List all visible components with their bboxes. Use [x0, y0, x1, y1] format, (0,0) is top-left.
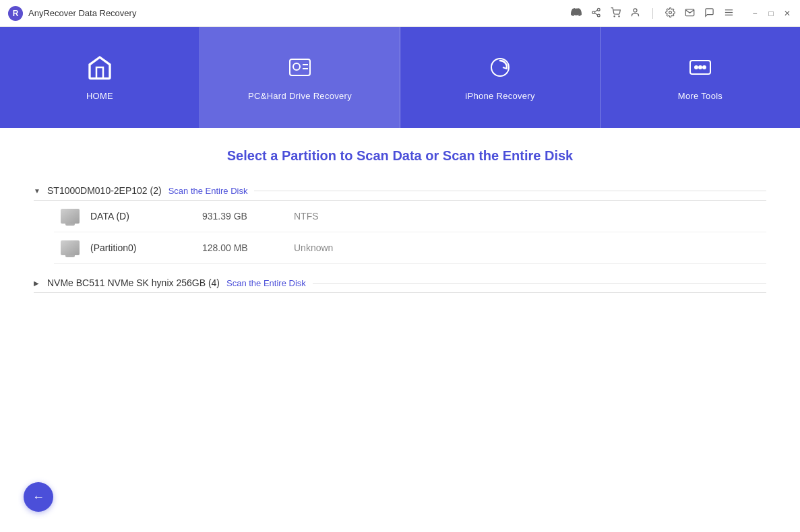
disk-1-header-line: [254, 191, 766, 191]
cart-icon[interactable]: [611, 7, 621, 20]
window-controls: − □ ✕: [750, 9, 792, 18]
nav-home-label: HOME: [86, 91, 113, 101]
menu-icon[interactable]: [724, 7, 734, 20]
nav-item-more-tools[interactable]: More Tools: [601, 27, 800, 128]
close-button[interactable]: ✕: [782, 9, 792, 18]
disk-1-partitions: DATA (D) 931.39 GB NTFS (Partition0) 128…: [54, 201, 766, 264]
disk-1-name: ST1000DM010-2EP102 (2): [47, 185, 162, 196]
disk-group-2: ▶ NVMe BC511 NVMe SK hynix 256GB (4) Sca…: [34, 277, 766, 293]
main-content: Select a Partition to Scan Data or Scan …: [0, 128, 800, 532]
nav-item-iphone-recovery[interactable]: iPhone Recovery: [400, 27, 601, 128]
partition-data-d[interactable]: DATA (D) 931.39 GB NTFS: [54, 201, 766, 232]
chat-icon[interactable]: [704, 7, 714, 20]
disk-1-scan-link[interactable]: Scan the Entire Disk: [168, 186, 248, 196]
maximize-button[interactable]: □: [766, 9, 776, 18]
svg-point-6: [619, 15, 619, 16]
partition-0-size: 128.00 MB: [202, 242, 283, 253]
partition-data-d-name: DATA (D): [90, 211, 191, 222]
svg-point-8: [669, 11, 672, 13]
drive-icon-partition0: [61, 240, 80, 255]
nav-item-home[interactable]: HOME: [0, 27, 200, 128]
disk-group-1: ▼ ST1000DM010-2EP102 (2) Scan the Entire…: [34, 185, 766, 264]
svg-point-1: [592, 11, 595, 13]
nav-pc-label: PC&Hard Drive Recovery: [248, 91, 352, 101]
svg-line-4: [594, 10, 597, 11]
nav-more-tools-label: More Tools: [678, 91, 722, 101]
svg-point-18: [695, 66, 698, 69]
person-card-icon: [286, 54, 313, 84]
partition-data-d-type: NTFS: [294, 211, 319, 222]
more-icon: [687, 54, 714, 84]
partition-data-d-size: 931.39 GB: [202, 211, 283, 222]
disk-2-header: ▶ NVMe BC511 NVMe SK hynix 256GB (4) Sca…: [34, 277, 766, 293]
separator: [652, 8, 653, 19]
svg-point-2: [597, 14, 600, 17]
partition-0-name: (Partition0): [90, 242, 191, 253]
partition-0-type: Unknown: [294, 242, 333, 253]
app-logo: R AnyRecover Data Recovery: [8, 6, 136, 21]
disk-2-header-line: [313, 283, 766, 284]
mail-icon[interactable]: [685, 7, 695, 20]
app-title: AnyRecover Data Recovery: [28, 8, 136, 18]
disk-1-header: ▼ ST1000DM010-2EP102 (2) Scan the Entire…: [34, 185, 766, 201]
discord-icon[interactable]: [571, 7, 582, 20]
minimize-button[interactable]: −: [750, 9, 760, 18]
disk-2-scan-link[interactable]: Scan the Entire Disk: [226, 278, 306, 288]
page-title: Select a Partition to Scan Data or Scan …: [34, 148, 766, 164]
svg-point-13: [293, 63, 300, 70]
svg-point-19: [699, 66, 702, 69]
disk-1-arrow[interactable]: ▼: [34, 187, 40, 195]
settings-icon[interactable]: [665, 7, 675, 20]
refresh-icon: [487, 54, 514, 84]
svg-point-0: [597, 8, 600, 11]
partition-0[interactable]: (Partition0) 128.00 MB Unknown: [54, 232, 766, 264]
disk-2-arrow[interactable]: ▶: [34, 279, 40, 287]
svg-point-20: [703, 66, 706, 69]
back-button[interactable]: ←: [24, 482, 53, 512]
home-icon: [86, 54, 113, 84]
title-bar-icons: − □ ✕: [571, 7, 792, 20]
drive-icon-data: [61, 209, 80, 224]
nav-item-pc-hard-drive[interactable]: PC&Hard Drive Recovery: [200, 27, 400, 128]
title-bar: R AnyRecover Data Recovery: [0, 0, 800, 27]
disk-2-name: NVMe BC511 NVMe SK hynix 256GB (4): [47, 277, 220, 288]
svg-point-7: [634, 8, 637, 11]
svg-point-5: [614, 15, 615, 16]
svg-line-3: [594, 13, 597, 14]
user-icon[interactable]: [630, 7, 640, 20]
nav-bar: HOME PC&Hard Drive Recovery iPhone Recov…: [0, 27, 800, 128]
nav-iphone-label: iPhone Recovery: [465, 91, 535, 101]
share-icon[interactable]: [591, 7, 601, 20]
logo-icon: R: [8, 6, 23, 21]
